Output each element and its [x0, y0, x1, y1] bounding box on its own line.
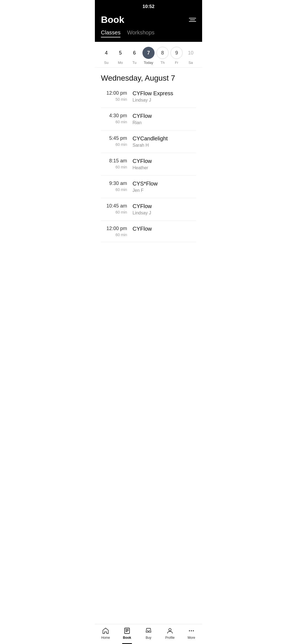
class-item-2[interactable]: 5:45 pm 60 min CYCandlelight Sarah H [101, 130, 196, 153]
filter-icon-line3 [189, 21, 196, 22]
class-time-main-5: 10:45 am [101, 203, 127, 209]
class-duration-3: 60 min [101, 165, 127, 169]
class-time-main-6: 12:00 pm [101, 226, 127, 231]
class-item-5[interactable]: 10:45 am 60 min CYFlow Lindsay J [101, 198, 196, 221]
class-name-0: CYFlow Express [133, 90, 173, 97]
class-time-main-4: 9:30 am [101, 181, 127, 186]
day-label-sa: Sa [188, 61, 193, 65]
tab-workshops[interactable]: Workshops [127, 29, 155, 37]
day-5-mo[interactable]: 5 Mo [114, 47, 127, 65]
day-6-tu[interactable]: 6 Tu [128, 47, 141, 65]
tab-classes[interactable]: Classes [101, 29, 120, 37]
class-duration-6: 60 min [101, 233, 127, 237]
class-details-2: CYCandlelight Sarah H [133, 135, 168, 148]
class-name-5: CYFlow [133, 203, 152, 209]
class-item-1[interactable]: 4:30 pm 60 min CYFlow Rian [101, 108, 196, 130]
class-instructor-0: Lindsay J [133, 98, 173, 103]
date-heading: Wednesday, August 7 [95, 68, 202, 85]
class-time-1: 4:30 pm 60 min [101, 113, 133, 124]
class-instructor-4: Jen F [133, 188, 158, 193]
status-bar: 10:52 [95, 0, 202, 12]
class-name-3: CYFlow [133, 158, 152, 164]
day-number-7: 7 [142, 47, 155, 59]
day-8-th[interactable]: 8 Th [156, 47, 169, 65]
day-number-6: 6 [128, 47, 141, 59]
class-name-4: CYS*Flow [133, 181, 158, 187]
class-instructor-1: Rian [133, 120, 152, 125]
day-label-mo: Mo [118, 61, 123, 65]
filter-icon-line1 [189, 18, 196, 18]
class-name-1: CYFlow [133, 113, 152, 119]
day-label-fr: Fr [175, 61, 178, 65]
class-duration-4: 60 min [101, 187, 127, 192]
class-name-6: CYFlow [133, 226, 152, 232]
page-title: Book [101, 14, 124, 25]
class-time-main-2: 5:45 pm [101, 135, 127, 141]
class-duration-5: 60 min [101, 210, 127, 214]
class-duration-1: 60 min [101, 120, 127, 124]
day-label-th: Th [161, 61, 165, 65]
class-instructor-5: Lindsay J [133, 211, 152, 215]
class-details-4: CYS*Flow Jen F [133, 181, 158, 193]
class-details-1: CYFlow Rian [133, 113, 152, 125]
class-instructor-3: Heather [133, 165, 152, 170]
day-number-9: 9 [170, 47, 183, 59]
day-9-fr[interactable]: 9 Fr [170, 47, 183, 65]
header: Book [95, 12, 202, 29]
class-duration-2: 60 min [101, 142, 127, 147]
filter-icon-line2 [190, 20, 195, 20]
day-selector: 4 Su 5 Mo 6 Tu 7 Today 8 Th 9 Fr 10 Sa [95, 42, 202, 68]
class-instructor-2: Sarah H [133, 143, 168, 148]
class-name-2: CYCandlelight [133, 135, 168, 142]
class-time-2: 5:45 pm 60 min [101, 135, 133, 147]
class-item-4[interactable]: 9:30 am 60 min CYS*Flow Jen F [101, 176, 196, 198]
day-label-today: Today [144, 61, 153, 65]
day-number-5: 5 [114, 47, 127, 59]
day-label-tu: Tu [132, 61, 136, 65]
class-details-3: CYFlow Heather [133, 158, 152, 170]
class-time-main-1: 4:30 pm [101, 113, 127, 119]
class-time-3: 8:15 am 60 min [101, 158, 133, 169]
class-item-0[interactable]: 12:00 pm 50 min CYFlow Express Lindsay J [101, 85, 196, 108]
class-time-4: 9:30 am 60 min [101, 181, 133, 192]
tab-bar: Classes Workshops [95, 29, 202, 42]
day-7-today[interactable]: 7 Today [142, 47, 155, 65]
class-time-5: 10:45 am 60 min [101, 203, 133, 214]
class-duration-0: 50 min [101, 97, 127, 102]
class-item-6[interactable]: 12:00 pm 60 min CYFlow [101, 221, 196, 242]
day-label-su: Su [104, 61, 109, 65]
class-time-6: 12:00 pm 60 min [101, 226, 133, 237]
class-time-main-3: 8:15 am [101, 158, 127, 164]
class-time-0: 12:00 pm 50 min [101, 90, 133, 102]
day-number-4: 4 [100, 47, 112, 59]
class-details-5: CYFlow Lindsay J [133, 203, 152, 215]
class-list: 12:00 pm 50 min CYFlow Express Lindsay J… [95, 85, 202, 242]
class-item-3[interactable]: 8:15 am 60 min CYFlow Heather [101, 153, 196, 176]
day-number-10: 10 [185, 47, 197, 59]
day-number-8: 8 [156, 47, 169, 59]
class-time-main-0: 12:00 pm [101, 90, 127, 96]
filter-button[interactable] [189, 18, 196, 22]
class-details-6: CYFlow [133, 226, 152, 233]
status-time: 10:52 [142, 4, 154, 9]
day-4-su[interactable]: 4 Su [100, 47, 112, 65]
day-10-sa[interactable]: 10 Sa [185, 47, 197, 65]
class-details-0: CYFlow Express Lindsay J [133, 90, 173, 103]
